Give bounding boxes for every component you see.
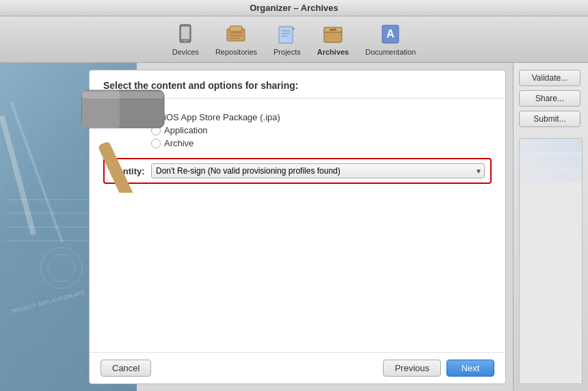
toolbar-item-devices[interactable]: Devices	[167, 21, 204, 59]
toolbar-item-documentation[interactable]: A Documentation	[360, 21, 421, 59]
cancel-button[interactable]: Cancel	[101, 360, 151, 377]
main-layout: PROJECT: APPLICATION.APP	[0, 63, 588, 391]
toolbar-item-archives[interactable]: Archives	[312, 21, 354, 59]
svg-rect-4	[230, 26, 242, 31]
sidebar-list-item	[520, 154, 582, 167]
window-title: Organizer – Archives	[250, 3, 338, 13]
repositories-label: Repositories	[215, 48, 257, 56]
hammer-image	[55, 63, 232, 193]
dialog-footer: Cancel Previous Next	[90, 352, 505, 383]
documentation-label: Documentation	[365, 48, 416, 56]
sidebar-list-item	[520, 139, 582, 152]
navigation-buttons: Previous Next	[383, 360, 494, 377]
validate-button[interactable]: Validate...	[519, 70, 580, 86]
svg-text:A: A	[386, 28, 395, 40]
next-button[interactable]: Next	[446, 360, 494, 377]
previous-button[interactable]: Previous	[383, 360, 441, 377]
svg-point-2	[185, 40, 187, 42]
sidebar-list	[519, 138, 583, 384]
svg-marker-9	[293, 27, 295, 29]
devices-label: Devices	[172, 48, 199, 56]
share-button[interactable]: Share...	[519, 90, 580, 107]
archives-label: Archives	[317, 48, 349, 56]
svg-rect-28	[98, 141, 141, 193]
submit-button[interactable]: Submit...	[519, 111, 580, 127]
projects-label: Projects	[273, 48, 301, 56]
svg-rect-15	[330, 29, 336, 31]
svg-rect-8	[279, 27, 293, 43]
toolbar-item-repositories[interactable]: Repositories	[210, 21, 263, 59]
sidebar-list-item	[520, 169, 582, 183]
projects-icon	[276, 23, 298, 45]
svg-rect-31	[82, 92, 164, 98]
archives-icon	[322, 23, 344, 45]
right-panel: Validate... Share... Submit...	[513, 63, 588, 391]
devices-icon	[174, 23, 196, 45]
toolbar: Devices Repositories Projects	[0, 16, 588, 63]
repositories-icon	[225, 23, 247, 45]
title-bar: Organizer – Archives	[0, 0, 588, 16]
left-panel: PROJECT: APPLICATION.APP	[0, 63, 513, 391]
svg-rect-1	[181, 27, 189, 39]
documentation-icon: A	[379, 23, 401, 45]
toolbar-item-projects[interactable]: Projects	[268, 21, 306, 59]
